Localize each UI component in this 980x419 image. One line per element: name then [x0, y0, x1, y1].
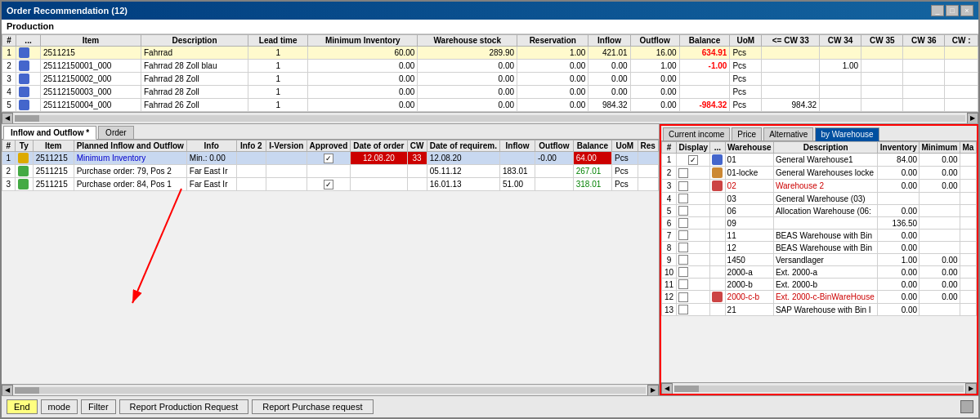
bl-col-balance: Balance	[573, 140, 611, 152]
report-purchase-button[interactable]: Report Purchase request	[252, 399, 373, 414]
cell-num: 3	[2, 73, 16, 86]
checkbox-approved[interactable]	[324, 154, 333, 163]
cell-ma	[960, 266, 976, 279]
table-row[interactable]: 13 21 SAP Warehouse with Bin I 0.00	[662, 304, 977, 316]
cell-display[interactable]	[677, 254, 710, 266]
cell-ma	[960, 279, 976, 291]
cell-wh-stock: 0.00	[418, 86, 517, 99]
close-button[interactable]: ×	[960, 5, 973, 16]
filter-button[interactable]: Filter	[81, 399, 115, 414]
rt-col-display: Display	[677, 142, 710, 154]
cell-warehouse: 02	[725, 180, 773, 193]
cell-display[interactable]	[677, 205, 710, 217]
mode-button[interactable]: mode	[41, 399, 78, 414]
cell-icon	[710, 193, 725, 205]
cell-display[interactable]	[677, 242, 710, 254]
cell-uom: Pcs	[612, 178, 638, 191]
table-row[interactable]: 5 06 Allocation Warehouse (06: 0.00	[662, 205, 977, 217]
table-row[interactable]: 5 25112150004_000 Fahrrad 26 Zoll 1 0.00…	[2, 99, 978, 112]
tab-inflow-outflow[interactable]: Inflow and Outflow *	[3, 126, 96, 140]
table-row[interactable]: 7 11 BEAS Warehouse with Bin 0.00	[662, 230, 977, 242]
bl-col-item: Item	[33, 140, 74, 152]
tab-alternative[interactable]: Alternative	[763, 127, 813, 140]
table-row[interactable]: 11 2000-b Ext. 2000-b 0.00 0.00	[662, 279, 977, 291]
tab-price[interactable]: Price	[732, 127, 762, 140]
table-row[interactable]: 1 ✓ 01 General Warehouse1 84.00 0.00	[662, 154, 977, 167]
right-scrollbar[interactable]: ◀ ▶	[661, 382, 977, 394]
cell-inflow: 183.01	[500, 165, 535, 178]
minimize-button[interactable]: _	[931, 5, 944, 16]
cell-cw36	[903, 99, 945, 112]
cell-display[interactable]	[677, 217, 710, 230]
cell-display[interactable]	[677, 167, 710, 180]
cell-display[interactable]	[677, 193, 710, 205]
cell-display[interactable]	[677, 291, 710, 304]
table-row[interactable]: 12 2000-c-b Ext. 2000-c-BinWareHouse 0.0…	[662, 291, 977, 304]
table-row[interactable]: 2 2511215 Purchase order: 79, Pos 2 Far …	[2, 165, 659, 178]
cell-icon	[710, 304, 725, 316]
col-item: Item	[40, 35, 141, 47]
cell-num: 1	[662, 154, 677, 167]
maximize-button[interactable]: □	[946, 5, 959, 16]
cell-display[interactable]	[677, 279, 710, 291]
scroll-track[interactable]	[674, 386, 964, 392]
scroll-left[interactable]: ◀	[2, 113, 13, 124]
scroll-right[interactable]: ▶	[965, 383, 977, 394]
cell-inventory: 0.00	[878, 242, 920, 254]
cell-num: 3	[662, 180, 677, 193]
table-row[interactable]: 6 09 136.50	[662, 217, 977, 230]
table-row[interactable]: 4 25112150003_000 Fahrrad 28 Zoll 1 0.00…	[2, 86, 978, 99]
top-table-scrollbar[interactable]: ◀ ▶	[2, 112, 978, 123]
cell-display[interactable]	[677, 266, 710, 279]
cell-outflow: 0.00	[630, 86, 679, 99]
cell-inventory: 0.00	[878, 205, 920, 217]
cell-cw33	[762, 60, 820, 73]
table-row[interactable]: 1 2511215 Minimum Inventory Min.: 0.00 1…	[2, 152, 659, 165]
cell-display[interactable]	[677, 230, 710, 242]
cell-icon	[16, 86, 41, 99]
report-production-button[interactable]: Report Production Request	[119, 399, 249, 414]
cell-icon	[16, 47, 41, 60]
table-row[interactable]: 2 25112150001_000 Fahrrad 28 Zoll blau 1…	[2, 60, 978, 73]
tab-order[interactable]: Order	[98, 126, 134, 139]
table-row[interactable]: 9 1450 Versandlager 1.00 0.00	[662, 254, 977, 266]
cell-reservation: 1.00	[517, 47, 588, 60]
cell-balance: -1.00	[679, 60, 730, 73]
cell-warehouse: 21	[725, 304, 773, 316]
cell-inflow: 0.00	[588, 73, 630, 86]
cell-uom: Pcs	[730, 86, 762, 99]
scroll-track[interactable]	[15, 387, 646, 394]
cell-info: Far East Ir	[186, 178, 236, 191]
cell-info: Far East Ir	[186, 165, 236, 178]
end-button[interactable]: End	[7, 399, 38, 414]
table-row[interactable]: 3 25112150002_000 Fahrrad 28 Zoll 1 0.00…	[2, 73, 978, 86]
cell-res	[638, 152, 658, 165]
table-row[interactable]: 10 2000-a Ext. 2000-a 0.00 0.00	[662, 266, 977, 279]
cell-inventory: 0.00	[878, 279, 920, 291]
cell-description: SAP Warehouse with Bin I	[773, 304, 878, 316]
cell-inventory: 84.00	[878, 154, 920, 167]
table-row[interactable]: 3 02 Warehouse 2 0.00 0.00	[662, 180, 977, 193]
scroll-right[interactable]: ▶	[967, 113, 978, 124]
cell-num: 2	[2, 165, 16, 178]
bottom-left-scrollbar[interactable]: ◀ ▶	[2, 384, 659, 395]
table-row[interactable]: 8 12 BEAS Warehouse with Bin 0.00	[662, 242, 977, 254]
checkbox-approved[interactable]	[324, 180, 333, 189]
cell-planned: Minimum Inventory	[74, 152, 186, 165]
scroll-left[interactable]: ◀	[661, 383, 673, 394]
cell-approved	[307, 152, 351, 165]
cell-display[interactable]: ✓	[677, 154, 710, 167]
tab-by-warehouse[interactable]: by Warehouse	[815, 127, 879, 141]
table-row[interactable]: 1 2511215 Fahrrad 1 60.00 289.90 1.00 42…	[2, 47, 978, 60]
table-row[interactable]: 3 2511215 Purchase order: 84, Pos 1 Far …	[2, 178, 659, 191]
table-row[interactable]: 4 03 General Warehouse (03)	[662, 193, 977, 205]
tab-current-income[interactable]: Current income	[663, 127, 730, 140]
scroll-track[interactable]	[15, 115, 965, 122]
scroll-left[interactable]: ◀	[2, 385, 13, 396]
cell-display[interactable]	[677, 180, 710, 193]
cell-display[interactable]	[677, 304, 710, 316]
cell-cw35	[861, 99, 903, 112]
table-row[interactable]: 2 01-locke General Warehouses locke 0.00…	[662, 167, 977, 180]
cell-description: Ext. 2000-c-BinWareHouse	[773, 291, 878, 304]
scroll-right[interactable]: ▶	[647, 385, 659, 396]
